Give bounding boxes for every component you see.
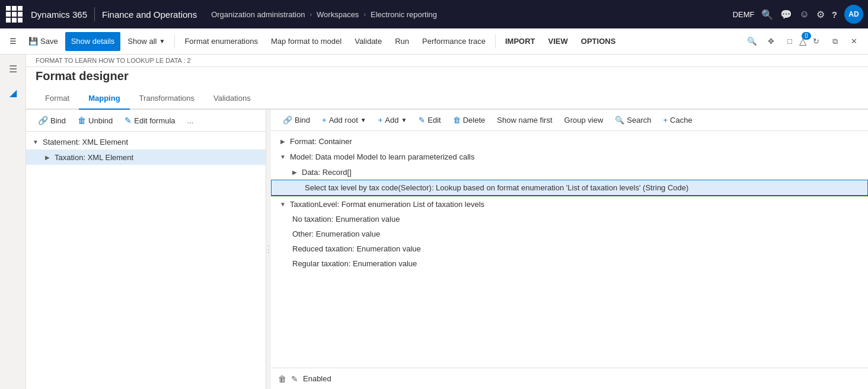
map-format-label: Map format to model: [271, 37, 342, 46]
map-item-label: Other: Enumeration value: [292, 229, 380, 238]
bottom-edit-icon[interactable]: ✎: [291, 374, 298, 384]
split-panel: 🔗 Bind 🗑 Unbind ✎ Edit formula ...: [26, 110, 868, 389]
delete-label: Delete: [463, 116, 486, 125]
show-name-first-label: Show name first: [497, 116, 552, 125]
delete-button[interactable]: 🗑 Delete: [448, 113, 490, 127]
map-item-label: Select tax level by tax code(Selector): …: [305, 183, 688, 192]
tree-item[interactable]: ▶ Taxation: XML Element: [26, 149, 266, 165]
brand-app[interactable]: Finance and Operations: [102, 9, 197, 20]
notification-badge[interactable]: △ 0: [799, 36, 806, 47]
search-nav-icon[interactable]: 🔍: [761, 9, 773, 20]
breadcrumb-workspaces[interactable]: Workspaces: [317, 10, 359, 19]
delete-icon: 🗑: [453, 116, 461, 125]
designer-area: Format Mapping Transformations Validatio…: [26, 88, 868, 389]
unbind-button[interactable]: 🗑 Unbind: [73, 113, 117, 127]
tab-format[interactable]: Format: [36, 88, 79, 110]
run-button[interactable]: Run: [389, 32, 415, 51]
action-sep-1: [174, 34, 175, 49]
map-item-selected[interactable]: Select tax level by tax code(Selector): …: [271, 180, 868, 196]
brand-d365[interactable]: Dynamics 365: [28, 9, 94, 20]
import-label: IMPORT: [505, 37, 535, 46]
validate-button[interactable]: Validate: [349, 32, 388, 51]
breadcrumb-sep-2: ›: [363, 11, 366, 18]
view-label: VIEW: [548, 37, 568, 46]
panel-divider[interactable]: ⋮: [266, 110, 271, 389]
avatar[interactable]: AD: [844, 5, 863, 24]
map-item[interactable]: ▼ Model: Data model Model to learn param…: [271, 149, 868, 164]
bind-button[interactable]: 🔗 Bind: [33, 113, 71, 127]
show-name-first-button[interactable]: Show name first: [492, 113, 557, 127]
map-item[interactable]: Regular taxation: Enumeration value: [271, 256, 868, 271]
add-button[interactable]: + Add ▼: [374, 113, 412, 127]
close-button[interactable]: ✕: [844, 32, 863, 51]
action-search-button[interactable]: 🔍: [742, 32, 761, 51]
map-item-label: No taxation: Enumeration value: [292, 215, 400, 224]
waffle-button[interactable]: [5, 5, 24, 24]
map-format-button[interactable]: Map format to model: [265, 32, 347, 51]
edit-icon: ✎: [125, 116, 132, 125]
format-tree: ▼ Statement: XML Element ▶ Taxation: XML…: [26, 132, 266, 389]
map-expand-icon: ▶: [278, 136, 288, 146]
tree-item[interactable]: ▼ Statement: XML Element: [26, 134, 266, 149]
add-root-button[interactable]: + Add root ▼: [317, 113, 371, 127]
more-label: ...: [187, 116, 194, 125]
grid-icon-btn[interactable]: ✥: [761, 32, 780, 51]
breadcrumb-sep-1: ›: [309, 11, 312, 18]
cache-label: Cache: [670, 116, 693, 125]
tab-mapping[interactable]: Mapping: [79, 88, 129, 110]
action-sep-2: [495, 34, 496, 49]
mapping-bind-button[interactable]: 🔗 Bind: [278, 113, 315, 127]
breadcrumb-org[interactable]: Organization administration: [211, 10, 305, 19]
map-item[interactable]: Other: Enumeration value: [271, 227, 868, 241]
import-button[interactable]: IMPORT: [499, 32, 541, 51]
bottom-delete-icon[interactable]: 🗑: [278, 374, 286, 384]
show-all-label: Show all: [127, 37, 157, 46]
tab-transformations[interactable]: Transformations: [130, 88, 204, 110]
map-item[interactable]: ▶ Data: Record[]: [271, 164, 868, 180]
map-item[interactable]: ▼ TaxationLevel: Format enumeration List…: [271, 196, 868, 212]
sidebar-hamburger[interactable]: ☰: [4, 59, 23, 78]
map-item[interactable]: No taxation: Enumeration value: [271, 212, 868, 227]
map-item[interactable]: Reduced taxation: Enumeration value: [271, 241, 868, 256]
view-button[interactable]: VIEW: [542, 32, 574, 51]
map-item-label: Data: Record[]: [302, 168, 352, 177]
tab-validations[interactable]: Validations: [204, 88, 260, 110]
bind-icon: 🔗: [38, 116, 48, 125]
breadcrumb-er[interactable]: Electronic reporting: [371, 10, 437, 19]
edit-formula-button[interactable]: ✎ Edit formula: [120, 113, 180, 127]
map-item-label: Model: Data model Model to learn paramet…: [290, 152, 474, 161]
performance-trace-button[interactable]: Performance trace: [416, 32, 492, 51]
more-button[interactable]: ...: [183, 114, 199, 127]
cache-button[interactable]: + Cache: [658, 113, 697, 127]
performance-trace-label: Performance trace: [422, 37, 486, 46]
options-button[interactable]: OPTIONS: [575, 32, 622, 51]
nav-right: DEMF 🔍 💬 ☺ ⚙ ? AD: [733, 5, 863, 24]
tree-item-label: Taxation: XML Element: [55, 153, 133, 162]
unbind-icon: 🗑: [78, 116, 86, 125]
map-item[interactable]: ▶ Format: Container: [271, 133, 868, 149]
search-button[interactable]: 🔍 Search: [610, 113, 656, 127]
hamburger-button[interactable]: ☰: [5, 32, 21, 51]
edit-button[interactable]: ✎ Edit: [414, 113, 445, 127]
show-details-button[interactable]: Show details: [65, 32, 121, 51]
save-button[interactable]: 💾 Save: [23, 32, 64, 51]
cache-plus-icon: +: [663, 116, 668, 125]
right-panel: 🔗 Bind + Add root ▼ + Add ▼: [271, 110, 868, 389]
action-bar: ☰ 💾 Save Show details Show all ▼ Format …: [0, 28, 868, 55]
save-label: Save: [40, 37, 58, 46]
add-icon: +: [378, 116, 383, 125]
content-area: FORMAT TO LEARN HOW TO LOOKUP LE DATA : …: [26, 55, 868, 389]
mapping-tree: ▶ Format: Container ▼ Model: Data model …: [271, 131, 868, 368]
sidebar-filter[interactable]: ◢: [4, 83, 23, 102]
office-icon-btn[interactable]: □: [780, 32, 799, 51]
settings-nav-icon[interactable]: ⚙: [816, 9, 825, 20]
show-all-button[interactable]: Show all ▼: [122, 32, 171, 51]
face-icon[interactable]: ☺: [799, 9, 809, 20]
message-icon[interactable]: 💬: [780, 9, 792, 20]
popout-button[interactable]: ⧉: [825, 32, 844, 51]
group-view-button[interactable]: Group view: [560, 113, 608, 127]
top-nav: Dynamics 365 Finance and Operations Orga…: [0, 0, 868, 28]
format-enumerations-button[interactable]: Format enumerations: [178, 32, 264, 51]
run-label: Run: [395, 37, 409, 46]
help-icon[interactable]: ?: [832, 9, 837, 20]
